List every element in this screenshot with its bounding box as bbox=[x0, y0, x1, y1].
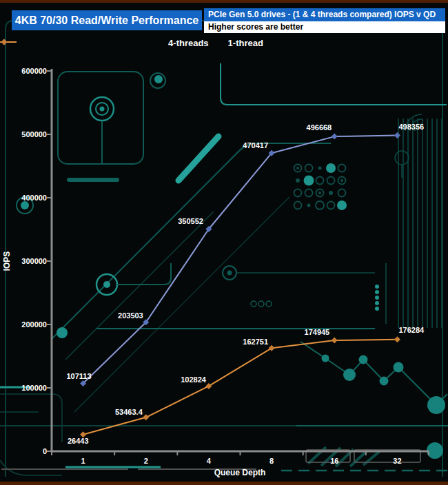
data-label-4-threads: 470417 bbox=[243, 141, 268, 149]
y-tick-label: 200000 bbox=[21, 320, 47, 329]
y-tick-label: 600000 bbox=[21, 67, 47, 75]
y-tick-label: 400000 bbox=[21, 194, 47, 202]
y-tick-label: 100000 bbox=[21, 384, 47, 392]
x-axis-title: Queue Depth bbox=[214, 468, 266, 477]
data-label-4-threads: 498356 bbox=[398, 123, 424, 131]
y-tick-label: 500000 bbox=[21, 130, 47, 138]
data-label-4-threads: 107113 bbox=[66, 372, 91, 380]
data-label-1-thread: 53463.4 bbox=[115, 408, 143, 416]
series-marker-1-thread bbox=[394, 336, 400, 342]
series-marker-1-thread bbox=[205, 383, 212, 389]
x-tick-label: 16 bbox=[330, 457, 338, 465]
data-label-4-threads: 496668 bbox=[307, 123, 332, 132]
data-label-1-thread: 102824 bbox=[181, 375, 207, 384]
series-line-4-threads bbox=[83, 136, 398, 384]
data-label-1-thread: 176284 bbox=[398, 326, 425, 334]
performance-chart: 4KB 70/30 Read/Write Performance PCIe Ge… bbox=[0, 0, 448, 485]
x-tick-label: 8 bbox=[269, 457, 274, 465]
y-tick-label: 0 bbox=[43, 447, 47, 455]
data-label-1-thread: 174945 bbox=[305, 328, 330, 336]
y-tick-label: 300000 bbox=[21, 257, 47, 265]
series-marker-4-threads bbox=[394, 132, 400, 138]
chart-plot: 0100000200000300000400000500000600000124… bbox=[0, 0, 448, 485]
x-tick-label: 4 bbox=[207, 457, 212, 465]
x-tick-label: 1 bbox=[81, 457, 85, 465]
data-label-1-thread: 26443 bbox=[68, 437, 89, 445]
data-label-4-threads: 203503 bbox=[118, 311, 143, 320]
series-marker-1-thread bbox=[269, 345, 275, 351]
x-tick-label: 2 bbox=[144, 457, 148, 465]
series-line-1-thread bbox=[83, 340, 398, 435]
data-label-1-thread: 162751 bbox=[243, 338, 268, 346]
series-marker-4-threads bbox=[332, 134, 338, 140]
series-marker-1-thread bbox=[143, 414, 149, 420]
data-label-4-threads: 350552 bbox=[178, 217, 203, 225]
y-axis-title: IOPS bbox=[2, 251, 12, 271]
x-tick-label: 32 bbox=[393, 457, 401, 465]
series-marker-1-thread bbox=[332, 338, 338, 344]
